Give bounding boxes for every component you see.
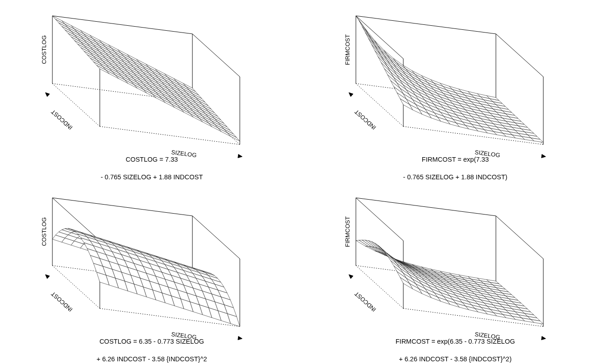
caption-line: + 6.26 INDCOST - 3.58 {INDCOST}^2	[97, 355, 207, 363]
svg-text:COSTLOG: COSTLOG	[41, 217, 47, 246]
svg-line-50	[496, 216, 543, 259]
plot-cell-1: SIZELOGINDCOSTFIRMCOST FIRMCOST = exp(7.…	[304, 0, 607, 182]
svg-text:INDCOST: INDCOST	[50, 108, 74, 131]
svg-line-32	[52, 198, 192, 216]
plot-grid: SIZELOGINDCOSTCOSTLOG COSTLOG = 7.33 - 0…	[0, 0, 607, 364]
svg-text:INDCOST: INDCOST	[50, 290, 74, 313]
plot-cell-3: SIZELOGINDCOSTFIRMCOST FIRMCOST = exp(6.…	[304, 182, 607, 364]
svg-line-49	[356, 198, 403, 241]
caption-line: - 0.765 SIZELOG + 1.88 INDCOST)	[403, 173, 508, 181]
plot-cell-2: SIZELOGINDCOSTCOSTLOG COSTLOG = 6.35 - 0…	[0, 182, 304, 364]
svg-text:COSTLOG: COSTLOG	[41, 35, 47, 64]
svg-line-16	[356, 16, 496, 34]
svg-text:INDCOST: INDCOST	[353, 290, 377, 313]
caption-line: FIRMCOST = exp(7.33	[422, 156, 489, 163]
caption-line: COSTLOG = 7.33	[126, 156, 178, 163]
plot-0: SIZELOGINDCOSTCOSTLOG	[34, 9, 269, 145]
svg-line-48	[356, 198, 496, 216]
svg-line-34	[192, 216, 240, 259]
svg-text:INDCOST: INDCOST	[353, 108, 377, 131]
caption-line: + 6.26 INDCOST - 3.58 {INDCOST}^2)	[399, 355, 512, 363]
plot-3: SIZELOGINDCOSTFIRMCOST	[338, 191, 573, 327]
svg-line-18	[496, 34, 543, 77]
plot-2: SIZELOGINDCOSTCOSTLOG	[34, 191, 269, 327]
svg-text:FIRMCOST: FIRMCOST	[344, 34, 351, 65]
svg-line-2	[192, 34, 240, 77]
caption-line: - 0.765 SIZELOG + 1.88 INDCOST	[101, 173, 203, 181]
plot-cell-0: SIZELOGINDCOSTCOSTLOG COSTLOG = 7.33 - 0…	[0, 0, 304, 182]
plot-1: SIZELOGINDCOSTFIRMCOST	[338, 9, 573, 145]
svg-text:FIRMCOST: FIRMCOST	[344, 216, 351, 247]
